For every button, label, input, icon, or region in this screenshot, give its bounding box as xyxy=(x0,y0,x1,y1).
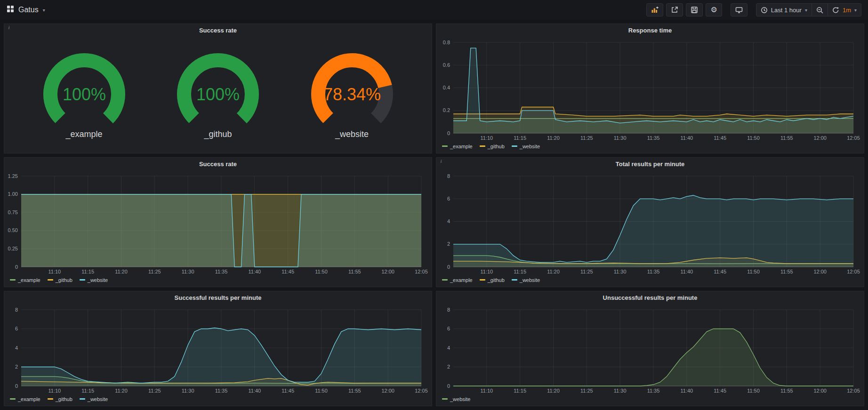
svg-text:11:35: 11:35 xyxy=(647,388,660,394)
svg-text:11:50: 11:50 xyxy=(747,388,760,394)
refresh-button[interactable]: 1m ▾ xyxy=(828,3,861,16)
svg-text:78.34%: 78.34% xyxy=(323,85,380,104)
svg-text:11:30: 11:30 xyxy=(614,135,627,141)
svg-text:11:35: 11:35 xyxy=(647,135,660,141)
info-icon[interactable]: i xyxy=(438,158,444,165)
svg-text:11:45: 11:45 xyxy=(714,269,726,274)
info-icon[interactable]: i xyxy=(6,24,12,31)
svg-text:11:10: 11:10 xyxy=(48,269,61,274)
panel-title[interactable]: Successful results per minute xyxy=(4,291,432,304)
svg-text:0.75: 0.75 xyxy=(8,209,18,215)
legend-item[interactable]: _website xyxy=(442,396,470,402)
apps-grid-icon[interactable] xyxy=(7,5,14,15)
cycle-view-button[interactable] xyxy=(731,3,747,16)
panel-title[interactable]: Total results per minute xyxy=(436,158,864,170)
panel-title[interactable]: Success rate xyxy=(4,24,432,37)
svg-text:11:30: 11:30 xyxy=(614,269,627,274)
legend-item[interactable]: _website xyxy=(512,144,540,149)
svg-text:11:55: 11:55 xyxy=(348,388,361,394)
svg-text:11:35: 11:35 xyxy=(215,269,228,274)
legend-series-swatch xyxy=(480,145,485,147)
chart-legend: _example_github_website xyxy=(4,275,432,287)
chart-legend: _example_github_website xyxy=(4,394,432,406)
dashboard-title[interactable]: Gatus xyxy=(18,6,39,14)
svg-text:11:40: 11:40 xyxy=(248,388,261,394)
add-panel-button[interactable] xyxy=(646,3,663,16)
panel-total-results: i Total results per minute 0246811:1011:… xyxy=(436,157,864,287)
settings-button[interactable]: ⚙ xyxy=(706,3,722,16)
svg-text:11:20: 11:20 xyxy=(547,269,560,274)
svg-text:11:20: 11:20 xyxy=(115,269,128,274)
legend-item[interactable]: _website xyxy=(512,277,540,283)
svg-text:11:50: 11:50 xyxy=(315,269,328,274)
svg-text:11:15: 11:15 xyxy=(514,135,526,141)
time-range-picker[interactable]: Last 1 hour ▾ xyxy=(756,3,812,16)
gauge-label: _example xyxy=(65,129,102,139)
legend-item[interactable]: _website xyxy=(80,396,108,402)
legend-item[interactable]: _github xyxy=(480,277,505,283)
svg-text:11:40: 11:40 xyxy=(248,269,261,274)
panel-title[interactable]: Response time xyxy=(436,24,864,37)
svg-text:6: 6 xyxy=(15,326,18,331)
legend-series-swatch xyxy=(80,279,85,281)
panel-title[interactable]: Unsuccessful results per minute xyxy=(436,291,864,304)
svg-text:12:05: 12:05 xyxy=(847,135,860,141)
svg-text:0: 0 xyxy=(447,264,450,270)
chevron-down-icon: ▾ xyxy=(805,8,807,13)
svg-text:11:10: 11:10 xyxy=(480,269,493,274)
svg-text:4: 4 xyxy=(447,218,450,224)
svg-text:6: 6 xyxy=(447,326,450,331)
svg-text:2: 2 xyxy=(15,364,18,370)
legend-item[interactable]: _example xyxy=(442,144,473,149)
svg-text:12:00: 12:00 xyxy=(813,269,827,274)
zoom-out-button[interactable] xyxy=(812,3,828,16)
panel-unsuccessful-results: Unsuccessful results per minute 0246811:… xyxy=(436,291,864,406)
svg-text:11:50: 11:50 xyxy=(747,269,760,274)
legend-item[interactable]: _github xyxy=(480,144,505,149)
legend-item[interactable]: _github xyxy=(48,396,72,402)
legend-series-swatch xyxy=(48,398,53,400)
legend-item[interactable]: _github xyxy=(48,277,72,283)
legend-item[interactable]: _website xyxy=(80,277,108,283)
svg-text:11:10: 11:10 xyxy=(48,388,61,394)
svg-text:11:40: 11:40 xyxy=(680,135,693,141)
svg-text:1.00: 1.00 xyxy=(8,191,18,197)
legend-series-swatch xyxy=(10,279,16,281)
monitor-icon xyxy=(735,6,743,14)
svg-text:12:00: 12:00 xyxy=(813,135,827,141)
svg-text:0: 0 xyxy=(447,383,450,389)
legend-series-swatch xyxy=(442,398,448,400)
chart-svg: 0246811:1011:1511:2011:2511:3011:3511:40… xyxy=(436,304,864,394)
successful-results-chart: 0246811:1011:1511:2011:2511:3011:3511:40… xyxy=(4,304,432,394)
legend-series-swatch xyxy=(442,279,448,281)
legend-item[interactable]: _example xyxy=(10,396,40,402)
total-results-chart: 0246811:1011:1511:2011:2511:3011:3511:40… xyxy=(436,170,864,275)
legend-item[interactable]: _example xyxy=(10,277,40,283)
panel-response-time: Response time 00.20.40.60.811:1011:1511:… xyxy=(436,24,864,153)
svg-text:11:40: 11:40 xyxy=(680,388,693,394)
svg-text:11:50: 11:50 xyxy=(315,388,328,394)
chevron-down-icon[interactable]: ▾ xyxy=(43,8,45,13)
svg-text:11:45: 11:45 xyxy=(281,388,294,394)
share-button[interactable] xyxy=(666,3,683,16)
gauge-label: _website xyxy=(335,129,369,139)
gauge-website: 78.34% _website xyxy=(298,48,406,139)
legend-series-swatch xyxy=(512,279,517,281)
svg-text:8: 8 xyxy=(15,307,18,313)
apps-grid-icon-svg xyxy=(7,5,14,13)
panel-title[interactable]: Success rate xyxy=(4,158,432,170)
legend-series-swatch xyxy=(10,398,16,400)
svg-text:11:35: 11:35 xyxy=(647,269,660,274)
legend-series-swatch xyxy=(80,398,85,400)
svg-text:11:25: 11:25 xyxy=(148,269,161,274)
gauges-body: 100% _example 100% _github 78.34% _websi… xyxy=(4,37,432,153)
svg-text:0: 0 xyxy=(15,264,18,270)
legend-item[interactable]: _example xyxy=(442,277,473,283)
save-button[interactable] xyxy=(686,3,703,16)
chart-legend: _example_github_website xyxy=(436,142,864,153)
time-controls-group: Last 1 hour ▾ 1m ▾ xyxy=(756,3,861,16)
response-time-chart: 00.20.40.60.811:1011:1511:2011:2511:3011… xyxy=(436,37,864,142)
svg-text:11:55: 11:55 xyxy=(780,269,793,274)
svg-text:11:15: 11:15 xyxy=(81,388,94,394)
svg-text:11:20: 11:20 xyxy=(547,388,560,394)
